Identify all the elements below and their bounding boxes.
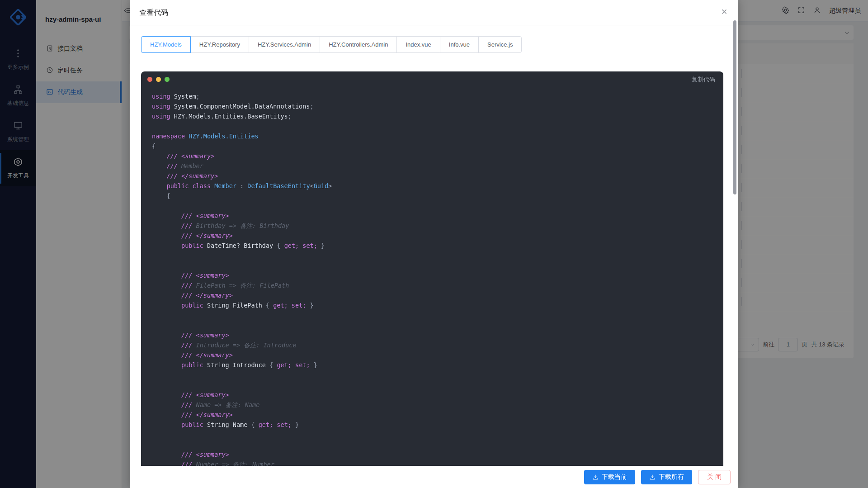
tab-HZY.Services.Admin[interactable]: HZY.Services.Admin xyxy=(249,36,320,53)
editor-title-bar: 复制代码 xyxy=(141,71,723,87)
code-line: /// </summary> xyxy=(152,410,723,420)
code-editor: 复制代码 using System;using System.Component… xyxy=(141,71,723,466)
download-current-button[interactable]: 下载当前 xyxy=(584,470,635,484)
code-line: /// Member xyxy=(152,161,723,171)
code-line: using System; xyxy=(152,91,723,101)
download-all-button[interactable]: 下载所有 xyxy=(641,470,692,484)
tab-Service.js[interactable]: Service.js xyxy=(478,36,522,53)
copy-code-button[interactable]: 复制代码 xyxy=(692,76,715,84)
download-icon xyxy=(649,474,656,480)
code-line: /// </summary> xyxy=(152,171,723,181)
code-line: /// Birthday => 备注: Birthday xyxy=(152,221,723,231)
tab-HZY.Controllers.Admin[interactable]: HZY.Controllers.Admin xyxy=(320,36,397,53)
code-line xyxy=(152,261,723,270)
code-line: /// <summary> xyxy=(152,211,723,221)
code-line xyxy=(152,370,723,380)
code-line xyxy=(152,440,723,450)
view-code-dialog: 查看代码 ✕ HZY.ModelsHZY.RepositoryHZY.Servi… xyxy=(130,0,738,488)
dialog-header: 查看代码 ✕ xyxy=(130,0,738,25)
tab-Info.vue[interactable]: Info.vue xyxy=(440,36,479,53)
code-line: public String Name { get; set; } xyxy=(152,420,723,430)
code-line: { xyxy=(152,141,723,151)
code-line: /// FilePath => 备注: FilePath xyxy=(152,280,723,290)
code-line: /// <summary> xyxy=(152,151,723,161)
tab-HZY.Repository[interactable]: HZY.Repository xyxy=(190,36,249,53)
modal-scrollbar-thumb[interactable] xyxy=(733,20,736,194)
code-line xyxy=(152,320,723,330)
code-line: { xyxy=(152,191,723,201)
tab-HZY.Models[interactable]: HZY.Models xyxy=(141,36,191,53)
tab-Index.vue[interactable]: Index.vue xyxy=(396,36,440,53)
code-line: public DateTime? Birthday { get; set; } xyxy=(152,241,723,251)
close-icon[interactable]: ✕ xyxy=(719,6,730,17)
code-line xyxy=(152,380,723,390)
code-line: public String Introduce { get; set; } xyxy=(152,360,723,370)
code-line xyxy=(152,251,723,261)
code-line: namespace HZY.Models.Entities xyxy=(152,131,723,141)
code-line xyxy=(152,201,723,211)
code-line: using HZY.Models.Entities.BaseEntitys; xyxy=(152,111,723,121)
code-line: public String FilePath { get; set; } xyxy=(152,300,723,310)
code-line xyxy=(152,121,723,131)
code-line: /// Introduce => 备注: Introduce xyxy=(152,340,723,350)
code-lines: using System;using System.ComponentModel… xyxy=(141,87,723,466)
code-line: /// <summary> xyxy=(152,330,723,340)
dialog-title: 查看代码 xyxy=(139,8,168,18)
traffic-yellow-icon xyxy=(156,77,161,82)
traffic-green-icon xyxy=(165,77,170,82)
code-line: /// <summary> xyxy=(152,450,723,460)
tab-bar: HZY.ModelsHZY.RepositoryHZY.Services.Adm… xyxy=(141,36,522,53)
code-line: /// Number => 备注: Number xyxy=(152,460,723,466)
code-line: /// Name => 备注: Name xyxy=(152,400,723,410)
download-icon xyxy=(592,474,599,480)
code-line: /// <summary> xyxy=(152,270,723,280)
code-line: /// <summary> xyxy=(152,390,723,400)
code-line: using System.ComponentModel.DataAnnotati… xyxy=(152,101,723,111)
code-line xyxy=(152,310,723,320)
code-line: public class Member : DefaultBaseEntity<… xyxy=(152,181,723,191)
close-dialog-button[interactable]: 关 闭 xyxy=(698,470,731,484)
dialog-footer: 下载当前 下载所有 关 闭 xyxy=(130,466,738,488)
code-line: /// </summary> xyxy=(152,231,723,241)
code-line: /// </summary> xyxy=(152,290,723,300)
code-line: /// </summary> xyxy=(152,350,723,360)
traffic-lights xyxy=(147,77,170,82)
code-line xyxy=(152,430,723,440)
traffic-red-icon xyxy=(147,77,152,82)
